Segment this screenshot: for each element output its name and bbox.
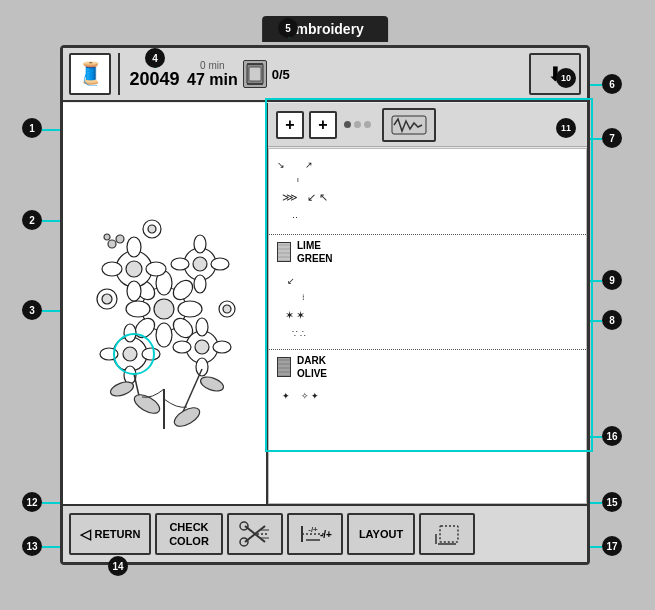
annotation-6: 6 bbox=[602, 74, 622, 94]
annotation-12: 12 bbox=[22, 492, 42, 512]
thread-icon bbox=[243, 60, 267, 88]
dark-olive-label: DARKOLIVE bbox=[297, 354, 327, 380]
preview-area bbox=[63, 103, 268, 504]
svg-point-52 bbox=[108, 240, 116, 248]
machine-icon: 🧵 bbox=[69, 53, 111, 95]
return-button[interactable]: ◁ RETURN bbox=[69, 513, 151, 555]
annotation-9: 9 bbox=[602, 270, 622, 290]
svg-point-18 bbox=[127, 281, 141, 301]
svg-text:-/+: -/+ bbox=[308, 525, 318, 534]
svg-point-34 bbox=[195, 340, 209, 354]
adjust-button[interactable]: -/+ -/+ bbox=[287, 513, 343, 555]
header-row: 🧵 0 20049 0 min 47 min bbox=[63, 48, 587, 102]
control-row: + + bbox=[268, 103, 587, 147]
svg-point-8 bbox=[156, 323, 172, 347]
lime-green-divider: LIMEGREEN bbox=[269, 234, 586, 269]
svg-point-22 bbox=[193, 257, 207, 271]
svg-point-24 bbox=[194, 275, 206, 293]
lime-green-label: LIMEGREEN bbox=[297, 239, 333, 265]
annotation-15: 15 bbox=[602, 492, 622, 512]
svg-point-54 bbox=[104, 234, 110, 240]
plus-button-1[interactable]: + bbox=[276, 111, 304, 139]
svg-point-10 bbox=[178, 301, 202, 317]
svg-point-35 bbox=[196, 318, 208, 336]
svg-point-6 bbox=[154, 299, 174, 319]
svg-point-45 bbox=[199, 374, 226, 393]
stitch-pattern-top: ↘ ↗ ι ⋙ ↙↖ ‥ bbox=[269, 149, 586, 234]
annotation-1: 1 bbox=[22, 118, 42, 138]
dark-olive-swatch bbox=[277, 357, 291, 377]
svg-point-36 bbox=[196, 358, 208, 376]
svg-point-23 bbox=[194, 235, 206, 253]
svg-point-19 bbox=[102, 262, 122, 276]
dark-olive-divider: DARKOLIVE bbox=[269, 349, 586, 384]
svg-point-53 bbox=[116, 235, 124, 243]
stitch-pattern-bottom: ✦ ✧✦ bbox=[269, 384, 586, 409]
svg-point-51 bbox=[148, 225, 156, 233]
svg-point-16 bbox=[126, 261, 142, 277]
svg-point-37 bbox=[173, 341, 191, 353]
check-color-button[interactable]: CHECK COLOR bbox=[155, 513, 223, 555]
annotation-11: 11 bbox=[556, 118, 576, 138]
svg-point-32 bbox=[142, 348, 160, 360]
svg-point-38 bbox=[213, 341, 231, 353]
svg-point-9 bbox=[126, 301, 150, 317]
annotation-13: 13 bbox=[22, 536, 42, 556]
svg-point-58 bbox=[240, 522, 248, 530]
svg-point-47 bbox=[102, 294, 112, 304]
svg-point-49 bbox=[223, 305, 231, 313]
flower-preview bbox=[82, 169, 247, 439]
svg-point-17 bbox=[127, 237, 141, 257]
annotation-14: 14 bbox=[108, 556, 128, 576]
annotation-8: 8 bbox=[602, 310, 622, 330]
dots-indicator bbox=[344, 121, 371, 128]
svg-point-20 bbox=[146, 262, 166, 276]
annotation-16: 16 bbox=[602, 426, 622, 446]
annotation-17: 17 bbox=[602, 536, 622, 556]
plus-button-2[interactable]: + bbox=[309, 111, 337, 139]
waveform-button[interactable] bbox=[382, 108, 436, 142]
svg-point-28 bbox=[123, 347, 137, 361]
svg-point-43 bbox=[171, 403, 202, 429]
annotation-10: 10 bbox=[556, 68, 576, 88]
annotation-3: 3 bbox=[22, 300, 42, 320]
svg-point-25 bbox=[171, 258, 189, 270]
layout-button[interactable]: LAYOUT bbox=[347, 513, 415, 555]
lime-green-swatch bbox=[277, 242, 291, 262]
frame-button[interactable] bbox=[419, 513, 475, 555]
trim-button[interactable] bbox=[227, 513, 283, 555]
svg-point-29 bbox=[124, 324, 136, 342]
svg-point-59 bbox=[240, 538, 248, 546]
annotation-2: 2 bbox=[22, 210, 42, 230]
bottom-buttons-row: ◁ RETURN CHECK COLOR bbox=[63, 504, 587, 562]
spool-count: 0/5 bbox=[272, 67, 290, 82]
annotation-5: 5 bbox=[278, 18, 298, 38]
stitch-pattern-mid: ↙ ⁞ ✶✶ ∵∴ bbox=[269, 269, 586, 349]
time-display: 0 min 47 min bbox=[187, 60, 238, 89]
annotation-7: 7 bbox=[602, 128, 622, 148]
svg-point-26 bbox=[211, 258, 229, 270]
svg-point-42 bbox=[131, 390, 162, 416]
annotation-4: 4 bbox=[145, 48, 165, 68]
svg-rect-68 bbox=[440, 526, 458, 542]
svg-rect-1 bbox=[249, 67, 261, 81]
